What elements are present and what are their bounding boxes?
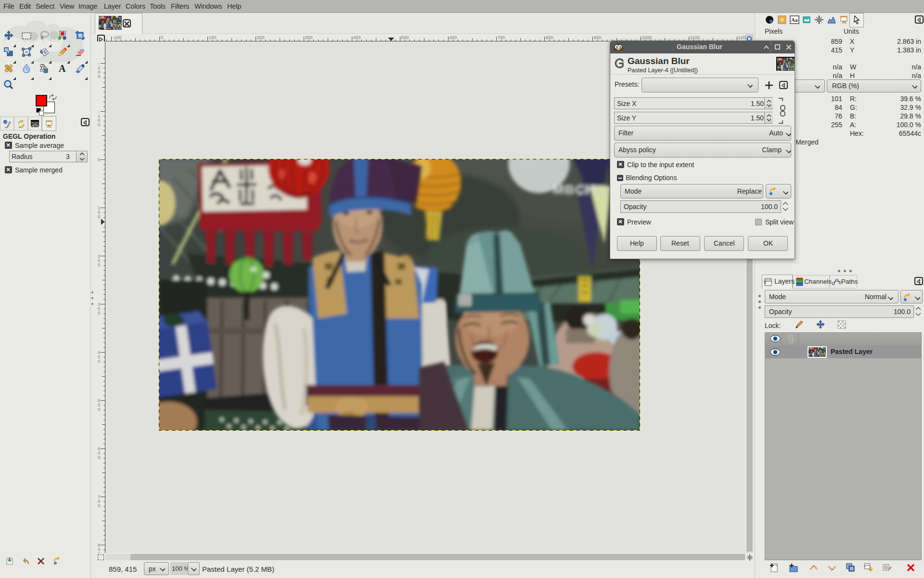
svg-text:1100: 1100 <box>690 35 700 40</box>
svg-text:0: 0 <box>98 74 100 79</box>
svg-text:0: 0 <box>98 310 100 315</box>
svg-text:0: 0 <box>161 35 163 40</box>
svg-text:0: 0 <box>98 551 100 553</box>
svg-text:0: 0 <box>98 214 100 219</box>
svg-text:600: 600 <box>449 35 457 40</box>
svg-text:800: 800 <box>546 35 553 40</box>
svg-text:-100: -100 <box>113 35 122 40</box>
svg-text:300: 300 <box>305 35 313 40</box>
svg-text:200: 200 <box>257 35 265 40</box>
svg-text:700: 700 <box>498 35 505 40</box>
svg-text:0: 0 <box>98 407 100 412</box>
svg-text:0: 0 <box>98 503 100 508</box>
svg-text:0: 0 <box>98 358 100 364</box>
svg-text:A: A <box>59 63 66 74</box>
svg-text:0: 0 <box>98 262 100 267</box>
svg-text:0: 0 <box>98 157 100 162</box>
svg-text:1000: 1000 <box>642 35 652 40</box>
svg-text:1200: 1200 <box>738 35 746 40</box>
svg-text:100: 100 <box>209 35 217 40</box>
svg-text:400: 400 <box>353 35 361 40</box>
svg-text:0: 0 <box>98 455 100 460</box>
svg-text:900: 900 <box>594 35 602 40</box>
svg-text:Aa: Aa <box>791 17 798 23</box>
svg-text:0: 0 <box>98 122 100 127</box>
svg-text:500: 500 <box>401 35 409 40</box>
